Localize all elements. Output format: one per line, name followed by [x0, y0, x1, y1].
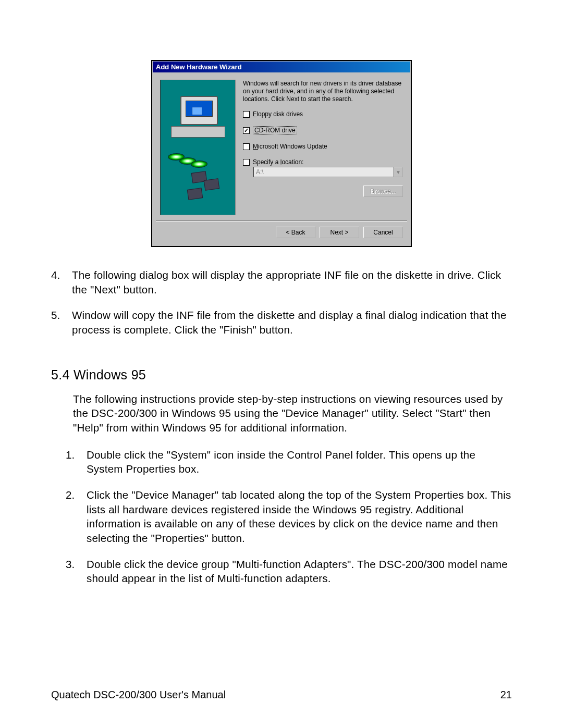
item-text: Double click the device group "Multi-fun…	[87, 557, 512, 586]
item-text: The following dialog box will display th…	[72, 268, 512, 297]
back-button[interactable]: < Back	[276, 227, 315, 238]
cd-icon	[190, 161, 207, 168]
checkbox-cdrom[interactable]	[243, 127, 250, 134]
dialog-intro-text: Windows will search for new drivers in i…	[243, 80, 403, 103]
item-number: 4.	[51, 268, 72, 297]
checkbox-winupdate[interactable]	[243, 143, 250, 150]
dialog-button-row: < Back Next > Cancel	[153, 227, 410, 245]
dialog-window: Add New Hardware Wizard	[151, 60, 412, 247]
item-text: Click the "Device Manager" tab located a…	[87, 488, 512, 546]
browse-button[interactable]: Browse...	[363, 186, 403, 197]
location-dropdown-button[interactable]: ▼	[394, 167, 403, 177]
list-item: 4. The following dialog box will display…	[51, 268, 512, 297]
screen-icon	[186, 101, 213, 117]
page-footer: Quatech DSC-200/300 User's Manual 21	[51, 689, 512, 701]
checkbox-specify[interactable]	[243, 159, 250, 166]
checkbox-row-floppy[interactable]: Floppy disk drives	[243, 110, 403, 118]
floppy-icon	[187, 188, 203, 200]
checkbox-row-specify[interactable]: Specify a location:	[243, 158, 403, 166]
dialog: Add New Hardware Wizard	[153, 61, 410, 245]
item-text: Double click the "System" icon inside th…	[87, 448, 512, 476]
footer-left: Quatech DSC-200/300 User's Manual	[51, 689, 226, 701]
item-number: 1.	[66, 448, 87, 476]
list-item: 5. Window will copy the INF file from th…	[51, 308, 512, 337]
list-item: 3. Double click the device group "Multi-…	[66, 557, 512, 586]
checkbox-floppy-label: Floppy disk drives	[253, 110, 303, 118]
list-item: 1. Double click the "System" icon inside…	[66, 448, 512, 476]
section-heading: 5.4 Windows 95	[51, 367, 512, 382]
steps-sub: 1. Double click the "System" icon inside…	[51, 448, 512, 586]
footer-page-number: 21	[500, 689, 512, 701]
next-button[interactable]: Next >	[320, 227, 359, 238]
checkbox-cdrom-label: CD-ROM drive	[253, 126, 297, 134]
item-number: 3.	[66, 557, 87, 586]
item-number: 2.	[66, 488, 87, 546]
checkbox-winupdate-label: Microsoft Windows Update	[253, 143, 327, 150]
floppy-icon	[204, 178, 220, 191]
dialog-separator	[156, 220, 407, 221]
checkbox-specify-label: Specify a location:	[253, 158, 303, 166]
section-intro: The following instructions provide step-…	[73, 392, 512, 435]
list-item: 2. Click the "Device Manager" tab locate…	[66, 488, 512, 546]
window-icon	[192, 107, 202, 115]
computer-base-icon	[171, 126, 225, 138]
steps-top: 4. The following dialog box will display…	[51, 268, 512, 337]
dialog-titlebar: Add New Hardware Wizard	[153, 61, 410, 72]
wizard-illustration	[160, 80, 236, 215]
checkbox-floppy[interactable]	[243, 111, 250, 118]
dialog-body: Windows will search for new drivers in i…	[153, 72, 410, 220]
dialog-options: Windows will search for new drivers in i…	[243, 80, 403, 215]
checkbox-row-cdrom[interactable]: CD-ROM drive	[243, 126, 403, 134]
cancel-button[interactable]: Cancel	[363, 227, 403, 238]
item-text: Window will copy the INF file from the d…	[72, 308, 512, 337]
location-input[interactable]: A:\	[253, 167, 394, 177]
location-combo: A:\ ▼	[253, 167, 403, 177]
dialog-title: Add New Hardware Wizard	[156, 63, 242, 71]
checkbox-row-winupdate[interactable]: Microsoft Windows Update	[243, 143, 403, 150]
manual-page: Add New Hardware Wizard	[0, 0, 563, 728]
monitor-icon	[180, 96, 218, 125]
item-number: 5.	[51, 308, 72, 337]
